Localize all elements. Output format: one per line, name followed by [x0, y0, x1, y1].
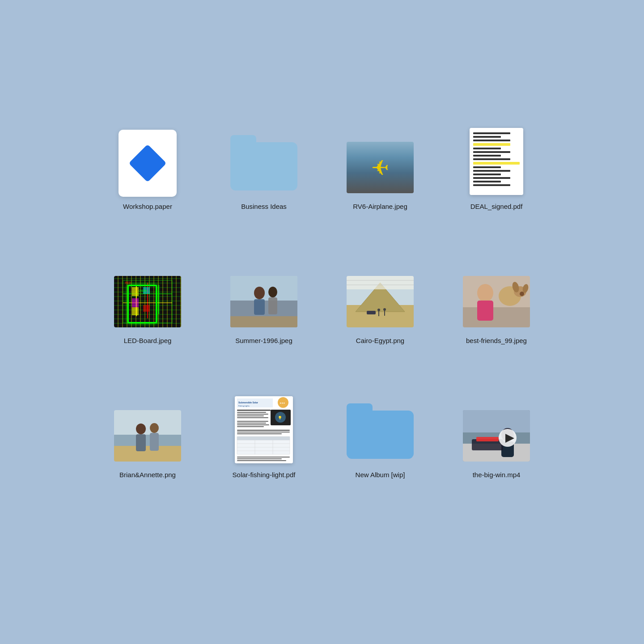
file-icon-brian-annette — [114, 398, 181, 465]
file-label-big-win: the-big-win.mp4 — [473, 470, 521, 479]
pdf-highlight-line — [473, 162, 520, 165]
file-label-business-ideas: Business Ideas — [241, 202, 287, 211]
file-label-new-album: New Album [wip] — [356, 470, 405, 479]
icon-grid: Workshop.paper Business Ideas RV6-Airpla… — [107, 130, 537, 514]
file-item-deal-signed[interactable]: DEAL_signed.pdf — [456, 130, 537, 246]
file-label-led-board: LED-Board.jpeg — [124, 336, 172, 345]
file-item-best-friends[interactable]: best-friends_99.jpeg — [456, 264, 537, 380]
svg-rect-65 — [237, 430, 290, 431]
svg-rect-66 — [237, 432, 290, 432]
file-item-big-win[interactable]: the-big-win.mp4 — [456, 398, 537, 514]
summer-svg — [230, 276, 297, 327]
pdf-highlight-line — [473, 143, 510, 146]
svg-rect-63 — [237, 424, 269, 425]
svg-rect-7 — [132, 298, 139, 307]
file-item-cairo-egypt[interactable]: Cairo-Egypt.png — [340, 264, 420, 380]
svg-rect-67 — [237, 433, 282, 434]
image-thumbnail-cairo — [347, 276, 414, 327]
svg-rect-23 — [347, 276, 414, 289]
pdf-line — [473, 155, 501, 157]
svg-rect-80 — [463, 410, 530, 432]
svg-point-39 — [520, 292, 524, 296]
file-item-rv6-airplane[interactable]: RV6-Airplane.jpeg — [340, 130, 420, 246]
file-label-solar-fishing: Solar-fishing-light.pdf — [233, 470, 296, 479]
airplane-preview — [347, 142, 414, 193]
svg-rect-10 — [143, 305, 150, 312]
svg-rect-57 — [237, 417, 268, 418]
folder-body-new-album — [347, 411, 414, 459]
file-item-summer-1996[interactable]: Summer-1996.jpeg — [224, 264, 304, 380]
file-label-summer-1996: Summer-1996.jpeg — [235, 336, 292, 345]
file-icon-solar-fishing: Submersible Solar Fishing Lights ★★★ — [230, 398, 297, 465]
file-label-brian-annette: Brian&Annette.png — [119, 470, 176, 479]
folder-icon-new-album — [347, 403, 414, 462]
file-icon-business-ideas — [230, 130, 297, 197]
svg-text:Fishing Lights: Fishing Lights — [238, 405, 250, 407]
svg-rect-53 — [237, 410, 271, 411]
file-item-new-album[interactable]: New Album [wip] — [340, 398, 420, 514]
svg-rect-46 — [150, 433, 159, 451]
paper-app-icon — [119, 130, 177, 197]
svg-text:💡: 💡 — [278, 415, 282, 420]
svg-rect-77 — [237, 458, 282, 459]
file-label-cairo-egypt: Cairo-Egypt.png — [356, 336, 404, 345]
svg-text:RED: RED — [125, 281, 131, 285]
pdf-line — [473, 151, 510, 153]
svg-rect-30 — [367, 311, 376, 314]
svg-rect-34 — [477, 301, 493, 321]
beach-svg — [114, 410, 181, 462]
file-item-brian-annette[interactable]: Brian&Annette.png — [107, 398, 188, 514]
file-item-workshop-paper[interactable]: Workshop.paper — [107, 130, 188, 246]
svg-rect-19 — [268, 297, 277, 314]
svg-rect-41 — [114, 435, 181, 446]
file-label-workshop-paper: Workshop.paper — [123, 202, 172, 211]
image-thumbnail-beach — [114, 410, 181, 462]
file-icon-best-friends — [463, 264, 530, 331]
svg-rect-40 — [114, 410, 181, 435]
video-svg — [463, 410, 530, 462]
svg-rect-42 — [114, 446, 181, 462]
svg-rect-15 — [230, 316, 297, 327]
file-icon-led-board: RED GREEN — [114, 264, 181, 331]
file-item-led-board[interactable]: RED GREEN LED-Board.jpeg — [107, 264, 188, 380]
svg-rect-8 — [132, 307, 139, 315]
svg-rect-17 — [254, 299, 265, 315]
image-thumbnail-summer — [230, 276, 297, 327]
svg-text:Submersible Solar: Submersible Solar — [238, 401, 258, 404]
pdf-line — [473, 181, 501, 182]
pdf-content-preview — [470, 128, 523, 192]
pdf-thumbnail-solar: Submersible Solar Fishing Lights ★★★ — [235, 396, 293, 463]
file-icon-new-album — [347, 398, 414, 465]
file-icon-big-win — [463, 398, 530, 465]
svg-rect-55 — [237, 414, 268, 415]
file-icon-rv6-airplane — [347, 130, 414, 197]
file-item-solar-fishing[interactable]: Submersible Solar Fishing Lights ★★★ — [224, 398, 304, 514]
svg-point-16 — [254, 287, 265, 299]
image-thumbnail-led: RED GREEN — [114, 276, 181, 327]
svg-rect-0 — [123, 280, 172, 323]
pdf-line — [473, 174, 501, 175]
pdf-line — [473, 184, 510, 186]
file-icon-deal-signed — [463, 130, 530, 197]
pdf-line — [473, 170, 510, 172]
pdf-line — [473, 148, 501, 149]
svg-point-45 — [150, 423, 159, 433]
pdf-line — [473, 132, 510, 134]
pdf-line — [473, 140, 510, 141]
file-item-business-ideas[interactable]: Business Ideas — [224, 130, 304, 246]
file-icon-cairo-egypt — [347, 264, 414, 331]
dropbox-diamond-icon — [129, 144, 167, 182]
svg-rect-78 — [237, 460, 286, 461]
svg-text:GREEN: GREEN — [139, 289, 147, 292]
svg-point-27 — [377, 309, 380, 311]
svg-rect-6 — [132, 287, 139, 296]
svg-rect-86 — [476, 437, 499, 441]
folder-icon-business-ideas — [230, 135, 297, 193]
cairo-svg — [347, 276, 414, 327]
svg-point-43 — [136, 424, 146, 434]
svg-point-18 — [268, 287, 277, 297]
svg-rect-13 — [230, 276, 297, 301]
svg-rect-54 — [237, 412, 266, 413]
svg-rect-44 — [136, 434, 146, 451]
solar-pdf-svg: Submersible Solar Fishing Lights ★★★ — [235, 396, 293, 463]
